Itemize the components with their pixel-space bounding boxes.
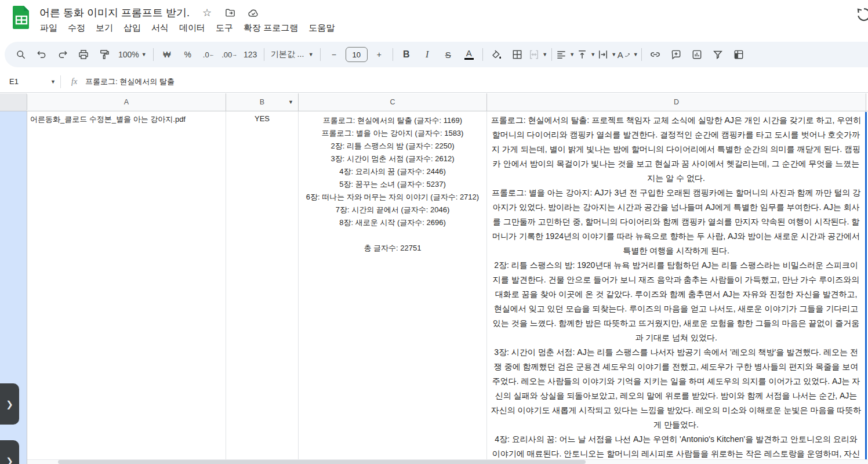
cloud-saved-icon[interactable]: [248, 7, 259, 19]
menu-item[interactable]: 확장 프로그램: [238, 21, 303, 35]
menu-item[interactable]: 서식: [146, 21, 174, 35]
cell-b1-text: YES: [255, 114, 270, 123]
chapter-count-line: 프롤로그: 별을 아는 강아지 (글자수: 1583): [302, 127, 483, 140]
more-formats-button[interactable]: 123: [240, 45, 261, 64]
vertical-align-top-icon: [576, 49, 588, 60]
chapter-count-line: 3장: 시간이 멈춘 서점 (글자수: 2612): [302, 153, 483, 165]
font-size-input[interactable]: 10: [346, 47, 368, 62]
formula-input[interactable]: 프롤로그: 현실에서의 탈출: [85, 77, 175, 87]
synopsis-paragraph: 프롤로그: 현실에서의 탈출: 프로젝트 책임자 교체 소식에 실망한 AJ은 …: [491, 113, 862, 186]
chevron-down-icon: ▼: [569, 52, 575, 57]
horizontal-align-button[interactable]: ▼: [555, 45, 576, 64]
format-percent-button[interactable]: %: [177, 45, 198, 64]
menu-item[interactable]: 파일: [35, 21, 63, 35]
chapter-count-line: 2장: 리틀 스팽스의 밤 (글자수: 2250): [302, 140, 483, 153]
print-icon: [78, 49, 89, 60]
arrow-left-icon: ←: [209, 52, 215, 57]
side-panel-expand-button[interactable]: ❯: [0, 383, 19, 425]
italic-button[interactable]: I: [417, 45, 438, 64]
fill-color-button[interactable]: [486, 45, 507, 64]
column-b-dropdown-icon[interactable]: ▼: [288, 99, 293, 105]
borders-button[interactable]: [507, 45, 528, 64]
fx-icon: fx: [71, 77, 77, 86]
toolbar-divider: [551, 48, 552, 61]
chapter-count-line: [302, 229, 483, 242]
cell-a1[interactable]: 어른동화_클로드 수정본_별을 아는 강아지.pdf: [27, 111, 226, 464]
chapter-count-line: 8장: 새로운 시작 (글자수: 2696): [302, 216, 483, 229]
name-box[interactable]: E1 ▼: [0, 71, 60, 92]
zoom-select[interactable]: 100%▼: [115, 45, 150, 64]
divider: [60, 75, 61, 88]
chapter-count-line: 총 글자수: 22751: [302, 242, 483, 255]
decrease-font-size-button[interactable]: −: [324, 45, 344, 64]
chapter-count-line: 프롤로그: 현실에서의 탈출 (글자수: 1169): [302, 114, 483, 127]
chevron-down-icon: ▼: [542, 52, 547, 57]
column-header-a[interactable]: A: [27, 93, 226, 111]
increase-font-size-button[interactable]: +: [369, 45, 390, 64]
paint-format-button[interactable]: [94, 45, 115, 64]
cell-b1[interactable]: YES: [226, 111, 299, 464]
column-header-d[interactable]: D: [487, 93, 866, 111]
font-name-select[interactable]: 기본값 ...▼: [267, 45, 317, 64]
undo-button[interactable]: [31, 45, 52, 64]
create-filter-button[interactable]: [707, 45, 728, 64]
print-button[interactable]: [73, 45, 94, 64]
insert-comment-button[interactable]: [666, 45, 687, 64]
align-left-icon: [555, 49, 567, 60]
chart-icon: [691, 49, 703, 60]
column-header-c[interactable]: C: [299, 93, 487, 111]
active-cell-ref: E1: [9, 77, 19, 86]
text-wrap-button[interactable]: ▼: [597, 45, 618, 64]
menu-item[interactable]: 삽입: [118, 21, 146, 35]
arrow-right-icon: →: [232, 52, 237, 57]
table-views-button[interactable]: [728, 45, 749, 64]
search-button[interactable]: [10, 45, 31, 64]
synopsis-paragraph: 3장: 시간이 멈춘 서점: AJ는 리틀 스팽스를 나서자 밤공기 속에서 '…: [491, 345, 862, 432]
select-all-corner[interactable]: [0, 93, 27, 111]
insert-link-button[interactable]: [645, 45, 666, 64]
chevron-down-icon: ▼: [611, 52, 616, 57]
sheets-logo[interactable]: [12, 5, 31, 30]
decrease-decimal-button[interactable]: .0←: [198, 45, 219, 64]
format-currency-button[interactable]: ₩: [157, 45, 177, 64]
chevron-down-icon: ▼: [590, 52, 595, 57]
undo-icon: [36, 49, 48, 60]
toolbar-divider: [153, 48, 154, 61]
strikethrough-button[interactable]: S: [438, 45, 459, 64]
column-header-b[interactable]: B ▼: [226, 93, 299, 111]
text-rotation-button[interactable]: A ▼: [618, 45, 638, 64]
chevron-right-icon: ❯: [6, 456, 13, 464]
star-icon[interactable]: ☆: [201, 7, 213, 19]
insert-chart-button[interactable]: [687, 45, 707, 64]
menu-item[interactable]: 데이터: [174, 21, 210, 35]
side-panel-expand-button-2[interactable]: ❯: [0, 440, 19, 464]
synopsis-paragraph: 2장: 리틀 스팽스의 밤: 1920년대 뉴욕 밤거리를 탐험하던 AJ는 리…: [491, 258, 862, 345]
chapter-count-line: 7장: 시간의 끝에서 (글자수: 2046): [302, 204, 483, 216]
menu-item[interactable]: 도구: [210, 21, 238, 35]
horizontal-scrollbar-thumb[interactable]: [58, 460, 586, 464]
increase-decimal-button[interactable]: .00→: [219, 45, 240, 64]
vertical-align-button[interactable]: ▼: [576, 45, 597, 64]
merge-cells-button[interactable]: ▼: [528, 45, 549, 64]
menu-item[interactable]: 도움말: [303, 21, 340, 35]
text-color-button[interactable]: A: [459, 45, 480, 64]
document-title-row: 어른 동화 이미지 프롬프트 받기. ☆: [39, 5, 259, 21]
menu-item[interactable]: 보기: [90, 21, 118, 35]
fill-color-icon: [491, 49, 502, 60]
chevron-down-icon: ▼: [633, 52, 638, 57]
bold-button[interactable]: B: [396, 45, 417, 64]
menu-item[interactable]: 수정: [63, 21, 90, 35]
borders-icon: [511, 49, 523, 60]
toolbar: 100%▼ ₩ % .0← .00→ 123 기본값 ...▼ − 10 + B…: [5, 42, 868, 67]
cell-c1[interactable]: 프롤로그: 현실에서의 탈출 (글자수: 1169)프롤로그: 별을 아는 강아…: [299, 111, 487, 464]
formula-bar: E1 ▼ fx 프롤로그: 현실에서의 탈출: [0, 71, 868, 93]
text-wrap-icon: [597, 49, 609, 60]
chevron-right-icon: ❯: [6, 399, 13, 409]
redo-button[interactable]: [52, 45, 73, 64]
chevron-down-icon: ▼: [50, 79, 56, 85]
document-title[interactable]: 어른 동화 이미지 프롬프트 받기.: [39, 6, 190, 20]
cell-d1[interactable]: 프롤로그: 현실에서의 탈출: 프로젝트 책임자 교체 소식에 실망한 AJ은 …: [487, 111, 866, 464]
version-history-icon[interactable]: [855, 6, 868, 26]
rotation-arrow-icon: [624, 51, 631, 58]
move-to-folder-icon[interactable]: [224, 7, 236, 19]
